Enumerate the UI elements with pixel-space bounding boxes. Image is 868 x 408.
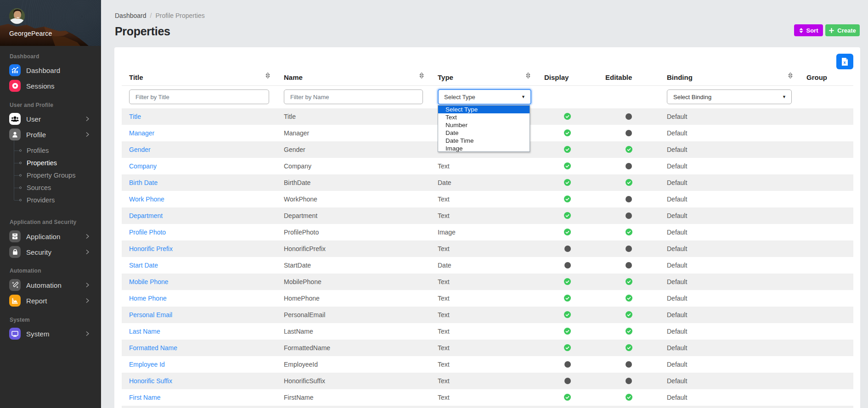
svg-text:x: x (843, 60, 845, 65)
